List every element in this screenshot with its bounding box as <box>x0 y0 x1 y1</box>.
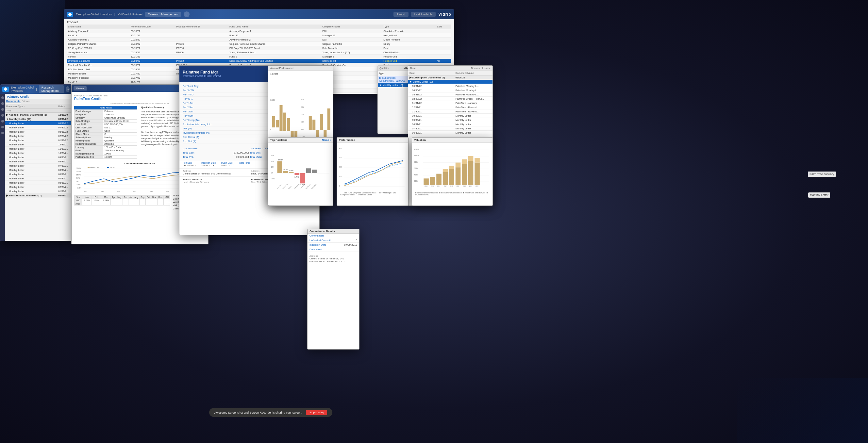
perf-chart-window: Performance 400 300 200 100 0 — HFRI Fun… <box>337 137 408 206</box>
docs-right-row-dec21[interactable]: 12/31/21PalmTree - Decemb... <box>408 105 493 109</box>
svg-rect-114 <box>462 164 467 185</box>
docs-right-row-oct21[interactable]: 10/29/21Monthly Letter <box>408 114 493 118</box>
docs-row-monthly-09-21[interactable]: Monthly Letter09/30/21 <box>5 155 71 159</box>
svg-text:-15.0%: -15.0% <box>76 187 82 189</box>
list-item: 2016 <box>74 202 170 205</box>
table-row[interactable]: Fund 812/31/21Fund 8Manager 8Hedge Fund <box>67 55 451 59</box>
docs-row-monthly-02-21[interactable]: Monthly Letter02/28/21 <box>5 185 71 189</box>
top-pos-chart: 30% 20% 10% 0% -10% 22.71% 2.91% 1.16% -… <box>270 144 331 202</box>
table-row-selected[interactable]: Dromeda Global Arb07/08/22PR002Dromeda G… <box>67 59 451 63</box>
nav-dot-4[interactable] <box>1 114 4 117</box>
period-selector[interactable]: Period <box>394 12 408 17</box>
docs-right-section-sub[interactable]: ▶ Subscription Documents [1]02/08/21 <box>408 75 493 80</box>
docs-right-row-jan22[interactable]: 01/31/22PalmTree - January <box>408 101 493 105</box>
app-logo <box>67 12 73 17</box>
docs-row-monthly-12-21[interactable]: Monthly Letter12/31/21 <box>5 143 71 147</box>
docs-right-section-monthly[interactable]: ▼ Monthly Letter [18] <box>408 80 493 84</box>
table-row[interactable]: Fund 1312/31/21Fund 13Manager 13Hedge Fu… <box>67 33 451 38</box>
module-name[interactable]: Research Management <box>145 12 181 17</box>
docs-row-monthly-01[interactable]: Monthly Letter01/31/22 <box>5 138 71 143</box>
inception-date-block: Inception Date 07/09/2013 <box>201 162 216 167</box>
col-prod-ref[interactable]: Product Reference ID <box>175 25 228 29</box>
legend-palmtree: — Palmtree Credit <box>356 194 372 196</box>
col-short-name[interactable]: Short Name <box>67 25 129 29</box>
docs-right-row-mar22[interactable]: 03/31/22Palmtree Monthly L... <box>408 92 493 97</box>
docs-right-row-jun21[interactable]: 06/30/21Monthly Letter <box>408 131 493 135</box>
addr-col-1: Address United States of America, 645 Gl… <box>183 170 248 175</box>
docs-row-monthly-03-21[interactable]: Monthly Letter03/31/21 <box>5 181 71 185</box>
docs-row-monthly-06-21[interactable]: Monthly Letter06/30/21 <box>5 168 71 172</box>
col-perf-date[interactable]: Performance Date <box>129 25 175 29</box>
commit-row-commitment: Commitment <box>308 233 359 238</box>
table-row[interactable]: PC Corp 7% 10/30/2507/15/22PR018PC Corp … <box>67 46 451 50</box>
nav-dot-6[interactable] <box>1 126 4 128</box>
svg-rect-72 <box>300 173 305 183</box>
tab-documents[interactable]: Documents <box>6 100 21 103</box>
col-doc-name[interactable]: Document Name <box>454 71 493 75</box>
docs-row-monthly-11-21[interactable]: Monthly Letter11/30/21 <box>5 147 71 151</box>
docs-right-row-apr22[interactable]: 04/30/22Palmtree Monthly L... <box>408 88 493 92</box>
docs-company: Exemplum Global Investors <box>11 86 34 92</box>
docs-col-date[interactable]: Date ↑ <box>57 104 71 109</box>
docs-right-row-nov21[interactable]: 11/30/21PalmTree - Novemb... <box>408 109 493 114</box>
docs-row-monthly-08-21[interactable]: Monthly Letter08/31/21 <box>5 159 71 164</box>
docs-search[interactable]: ⌕ <box>66 86 70 92</box>
list-item: Performance Fee10.00% <box>74 156 137 159</box>
col-type[interactable]: Type <box>382 25 435 29</box>
titlebar-right: Period Last Available Vidrio <box>394 12 451 17</box>
docs-section-audited[interactable]: ▶ Audited Financial Statements [2]12/31/… <box>5 113 71 117</box>
nav-dot-3[interactable] <box>1 108 4 111</box>
svg-text:-1.74%: -1.74% <box>294 177 299 178</box>
contact-frank-name: Frank Costanza <box>183 178 248 181</box>
docs-col-type[interactable]: Document Type ↑ <box>5 104 57 109</box>
svg-text:Great Brit...: Great Brit... <box>277 184 282 189</box>
invest-date-label: Invest Date <box>221 162 234 164</box>
table-row[interactable]: Advisory Proposal 107/16/22Advisory Prop… <box>67 29 451 33</box>
docs-right-row-aug21[interactable]: 08/31/21Monthly Letter <box>408 122 493 126</box>
col-fund-long[interactable]: Fund Long Name <box>228 25 321 29</box>
svg-text:Top 5 Long: Top 5 Long <box>305 184 311 189</box>
table-row[interactable]: Young Retirement07/18/22PF006Young Retir… <box>67 50 451 55</box>
col-company[interactable]: Company Name <box>321 25 382 29</box>
docs-row-monthly-03[interactable]: Monthly Letter03/31/22 <box>5 130 71 134</box>
docs-right-row-sep21[interactable]: 09/30/21Monthly Letter <box>408 118 493 122</box>
svg-text:20%: 20% <box>301 114 304 116</box>
commitment-window: Commitment Details Commitment Unfunded C… <box>307 229 360 350</box>
fund-subtitle: Palmtree Credit Fund Limited <box>183 74 221 78</box>
docs-row-monthly-05[interactable]: Monthly Letter05/31/22 <box>5 121 71 125</box>
nav-dot-2[interactable] <box>1 102 4 105</box>
search-button[interactable]: ⌕ <box>184 11 190 17</box>
nav-dot-1[interactable] <box>1 96 4 99</box>
date-selector[interactable]: Last Available <box>411 12 436 17</box>
docs-module[interactable]: Research Management <box>39 85 64 93</box>
col-date[interactable]: Date <box>408 71 454 75</box>
qualifier-monthly[interactable]: ▼ Monthly Letter [18] <box>378 83 410 87</box>
commit-row-incep-date: Inception Date 07/09/2013 <box>308 243 359 247</box>
docs-right-row-may22[interactable]: 05/31/22Palmtree Monthly L... <box>408 84 493 88</box>
table-row[interactable]: Advisory Portfolio 207/16/22Advisory Por… <box>67 38 451 42</box>
viewer-tab[interactable]: Viewer <box>73 86 87 91</box>
docs-section-monthly[interactable]: ▼ Monthly Letter [18]05/31/22 <box>5 117 71 121</box>
docs-row-monthly-07-21[interactable]: Monthly Letter07/30/21 <box>5 164 71 168</box>
docs-row-monthly-04-21[interactable]: Monthly Letter04/30/21 <box>5 177 71 181</box>
docs-row-monthly-02[interactable]: Monthly Letter02/28/22 <box>5 134 71 138</box>
docs-row-monthly-05-21[interactable]: Monthly Letter05/31/21 <box>5 172 71 177</box>
table-row[interactable]: Colgate-Palmolive Shares07/15/22PR015Col… <box>67 42 451 46</box>
docs-row-monthly-10-21[interactable]: Monthly Letter10/29/21 <box>5 151 71 155</box>
docs-row-monthly-01-21[interactable]: Monthly Letter01/31/21 <box>5 189 71 193</box>
stop-sharing-button[interactable]: Stop sharing <box>306 410 327 415</box>
qualifier-window: Qualifier ◀ ▶ Type ▶ Subscription Docume… <box>377 65 410 134</box>
svg-text:Palmtree Credit: Palmtree Credit <box>90 167 100 168</box>
docs-section-sub[interactable]: ▶ Subscription Documents [1]02/08/21 <box>5 193 71 198</box>
docs-row-monthly-04[interactable]: Monthly Letter04/30/22 <box>5 125 71 130</box>
docs-right-row-feb22[interactable]: 02/28/22Palmtree Credit - Februa... <box>408 97 493 101</box>
svg-text:10%: 10% <box>301 121 304 123</box>
nav-dot-5[interactable] <box>1 120 4 123</box>
col-esg[interactable]: ESG <box>436 25 451 29</box>
docs-right-row-jul21[interactable]: 07/30/21Monthly Letter <box>408 126 493 131</box>
top-pos-name-btn[interactable]: Name ▸ <box>322 138 331 141</box>
tab-viewer[interactable]: Viewer <box>23 100 30 103</box>
valuation-svg: 1,200M 1,000M 800M 600M 400M 200M <box>414 144 491 190</box>
svg-rect-66 <box>283 171 288 173</box>
nav-dot-7[interactable] <box>1 132 4 134</box>
